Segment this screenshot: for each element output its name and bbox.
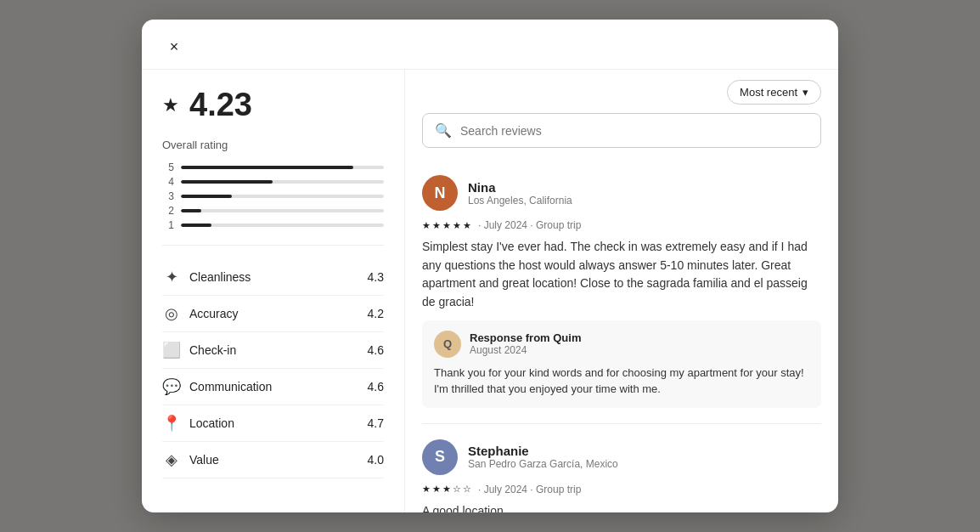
reviewer-location: San Pedro Garza García, Mexico bbox=[468, 458, 821, 470]
star-icon: ★ bbox=[453, 220, 461, 231]
bar-label: 3 bbox=[162, 190, 174, 202]
category-icon: ◎ bbox=[162, 304, 181, 323]
review-date: · July 2024 · Group trip bbox=[478, 484, 581, 495]
review-meta: ★★★☆☆ · July 2024 · Group trip bbox=[422, 484, 821, 495]
response-header: Q Response from Quim August 2024 bbox=[434, 331, 809, 358]
category-row: 📍 Location 4.7 bbox=[162, 405, 384, 442]
reviewer-name: Stephanie bbox=[468, 444, 821, 458]
stars-row: ★★★☆☆ bbox=[422, 484, 471, 495]
response-avatar: Q bbox=[434, 331, 461, 358]
modal-body: ★ 4.23 Overall rating 5 4 3 2 1 bbox=[142, 70, 838, 512]
category-icon: ◈ bbox=[162, 450, 181, 469]
star-icon: ★ bbox=[422, 220, 431, 231]
category-row: ◎ Accuracy 4.2 bbox=[162, 296, 384, 332]
rating-bars: 5 4 3 2 1 bbox=[162, 161, 384, 231]
reviews-list: N Nina Los Angeles, California ★★★★★ · J… bbox=[405, 160, 838, 512]
category-name: Location bbox=[189, 416, 234, 430]
bar-label: 5 bbox=[162, 161, 174, 173]
overall-label: Overall rating bbox=[162, 139, 384, 151]
bar-row: 5 bbox=[162, 161, 384, 173]
right-panel: Most recent ▾ 🔍 N Nina bbox=[405, 70, 838, 512]
response-text: Thank you for your kind words and for ch… bbox=[434, 365, 809, 398]
category-row: ✦ Cleanliness 4.3 bbox=[162, 259, 384, 296]
bar-track bbox=[181, 166, 384, 169]
category-icon: ✦ bbox=[162, 268, 181, 286]
category-row: ◈ Value 4.0 bbox=[162, 442, 384, 478]
category-name: Communication bbox=[189, 380, 272, 393]
bar-fill bbox=[181, 195, 232, 198]
search-input[interactable] bbox=[460, 124, 808, 138]
bar-track bbox=[181, 180, 384, 184]
chevron-down-icon: ▾ bbox=[803, 86, 808, 99]
star-icon: ★ bbox=[432, 220, 441, 231]
categories-list: ✦ Cleanliness 4.3 ◎ Accuracy 4.2 ⬜ Check… bbox=[162, 259, 384, 478]
category-icon: 💬 bbox=[162, 377, 181, 396]
sort-button[interactable]: Most recent ▾ bbox=[727, 80, 821, 105]
star-icon: ☆ bbox=[463, 484, 471, 495]
bar-track bbox=[181, 195, 384, 198]
bar-label: 1 bbox=[162, 219, 174, 231]
review-date: · July 2024 · Group trip bbox=[478, 219, 581, 231]
category-score: 4.2 bbox=[368, 307, 384, 320]
category-name: Value bbox=[189, 453, 219, 467]
bar-row: 1 bbox=[162, 219, 384, 231]
category-left: ⬜ Check-in bbox=[162, 341, 236, 359]
modal-overlay[interactable]: × ★ 4.23 Overall rating 5 4 3 bbox=[0, 0, 980, 532]
star-icon: ★ bbox=[432, 484, 441, 495]
review-text: A good location bbox=[422, 502, 821, 512]
bar-row: 4 bbox=[162, 176, 384, 188]
category-icon: 📍 bbox=[162, 414, 181, 433]
reviews-modal: × ★ 4.23 Overall rating 5 4 3 bbox=[142, 20, 838, 512]
category-left: 📍 Location bbox=[162, 414, 234, 433]
star-icon: ★ bbox=[442, 220, 451, 231]
overall-score: 4.23 bbox=[189, 87, 252, 123]
response-name: Response from Quim bbox=[470, 331, 581, 344]
category-score: 4.6 bbox=[368, 380, 384, 393]
avatar: S bbox=[422, 439, 458, 475]
star-icon: ☆ bbox=[453, 484, 461, 495]
category-left: ◎ Accuracy bbox=[162, 304, 239, 323]
bar-fill bbox=[181, 180, 273, 184]
category-name: Accuracy bbox=[189, 307, 239, 320]
bar-fill bbox=[181, 224, 211, 227]
reviewer-row: N Nina Los Angeles, California bbox=[422, 175, 821, 211]
search-icon: 🔍 bbox=[435, 122, 452, 139]
divider bbox=[162, 245, 384, 246]
category-score: 4.3 bbox=[368, 270, 384, 284]
review-text: Simplest stay I've ever had. The check i… bbox=[422, 238, 821, 312]
category-score: 4.6 bbox=[368, 343, 384, 357]
search-wrapper: 🔍 bbox=[405, 110, 838, 160]
category-score: 4.0 bbox=[368, 453, 384, 467]
review-meta: ★★★★★ · July 2024 · Group trip bbox=[422, 219, 821, 231]
category-name: Check-in bbox=[189, 343, 236, 357]
avatar-initial: S bbox=[435, 448, 445, 466]
response-avatar-initial: Q bbox=[443, 337, 452, 350]
sort-row: Most recent ▾ bbox=[405, 70, 838, 110]
avatar-image: S bbox=[422, 439, 458, 475]
review-item: S Stephanie San Pedro Garza García, Mexi… bbox=[422, 424, 821, 512]
bar-fill bbox=[181, 209, 201, 212]
bar-label: 2 bbox=[162, 205, 174, 217]
host-response: Q Response from Quim August 2024 Thank y… bbox=[422, 320, 821, 408]
reviewer-row: S Stephanie San Pedro Garza García, Mexi… bbox=[422, 439, 821, 475]
star-icon: ★ bbox=[442, 484, 451, 495]
category-left: 💬 Communication bbox=[162, 377, 272, 396]
left-panel: ★ 4.23 Overall rating 5 4 3 2 1 bbox=[142, 70, 405, 512]
avatar-initial: N bbox=[435, 184, 446, 202]
bar-track bbox=[181, 209, 384, 212]
star-icon: ★ bbox=[422, 484, 431, 495]
star-icon: ★ bbox=[162, 94, 179, 116]
category-left: ✦ Cleanliness bbox=[162, 268, 251, 286]
avatar-image: N bbox=[422, 175, 458, 211]
bar-fill bbox=[181, 166, 353, 169]
response-date: August 2024 bbox=[470, 344, 581, 356]
category-icon: ⬜ bbox=[162, 341, 181, 359]
star-icon: ★ bbox=[463, 220, 471, 231]
reviewer-info: Stephanie San Pedro Garza García, Mexico bbox=[468, 444, 821, 470]
sort-label: Most recent bbox=[740, 86, 797, 99]
avatar: N bbox=[422, 175, 458, 211]
search-box: 🔍 bbox=[422, 113, 821, 148]
modal-header: × bbox=[142, 20, 838, 70]
close-button[interactable]: × bbox=[162, 35, 186, 59]
bar-row: 3 bbox=[162, 190, 384, 202]
